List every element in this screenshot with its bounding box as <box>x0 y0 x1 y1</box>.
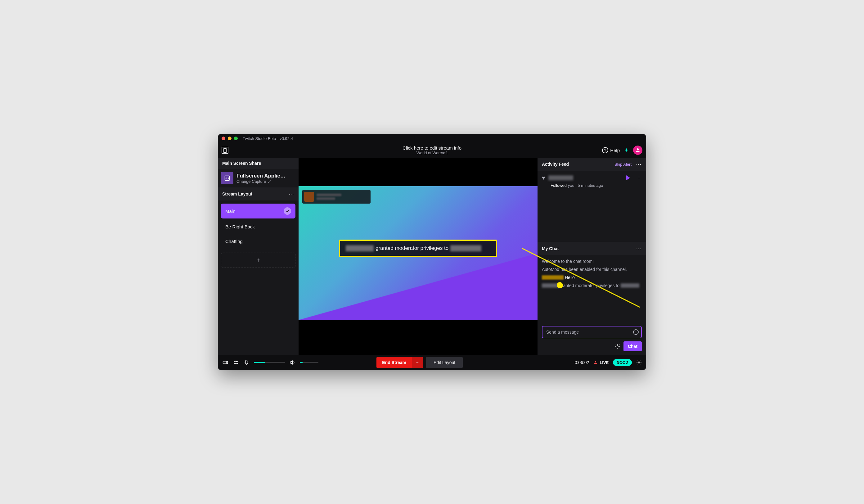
mic-icon[interactable] <box>243 359 250 365</box>
end-stream-dropdown[interactable] <box>412 357 423 368</box>
preview-overlay-badge <box>302 190 371 204</box>
scene-list: Main Be Right Back Chatting <box>218 201 299 251</box>
capture-source-title: Fullscreen Applic… <box>237 173 296 179</box>
chat-input[interactable] <box>542 326 642 338</box>
share-section-header: Main Screen Share <box>218 158 299 169</box>
titlebar: Twitch Studio Beta - v0.92.4 <box>218 134 646 143</box>
svg-point-6 <box>237 363 237 364</box>
stream-timer: 0:06:02 <box>575 360 589 365</box>
redacted-text <box>316 194 341 196</box>
emoji-picker-icon[interactable] <box>633 329 639 335</box>
redacted-username <box>548 175 573 180</box>
right-sidebar: Activity Feed Skip Alert ⋯ ♥ ⋮ Followed … <box>538 158 646 355</box>
minimize-window-button[interactable] <box>228 136 231 140</box>
capture-source-row[interactable]: Fullscreen Applic… Change Capture <box>218 169 299 188</box>
callout-text: granted moderator privileges to <box>375 245 448 251</box>
activity-header: Activity Feed Skip Alert ⋯ <box>538 158 646 171</box>
user-avatar[interactable] <box>633 146 643 155</box>
redacted-username <box>450 245 481 251</box>
toggle-panel-icon[interactable] <box>221 147 228 154</box>
heart-icon: ♥ <box>542 175 545 181</box>
add-scene-button[interactable]: + <box>221 253 296 268</box>
stream-info-subtitle: World of Warcraft <box>403 151 461 155</box>
pencil-icon <box>268 179 272 183</box>
stream-info-button[interactable]: Click here to edit stream info World of … <box>403 145 461 155</box>
svg-point-0 <box>637 148 639 150</box>
left-sidebar: Main Screen Share Fullscreen Applic… Cha… <box>218 158 299 355</box>
layout-section-header: Stream Layout ⋯ <box>218 188 299 201</box>
chat-system-message: AutoMod has been enabled for this channe… <box>542 267 642 272</box>
sparkle-icon[interactable]: ✦ <box>624 147 629 154</box>
check-icon <box>284 207 291 215</box>
layout-section-title: Stream Layout <box>222 191 252 196</box>
annotation-callout: granted moderator privileges to <box>339 240 497 257</box>
redacted-username <box>542 283 561 288</box>
svg-rect-4 <box>223 361 227 364</box>
scene-label: Be Right Back <box>225 224 255 229</box>
activity-item-more-icon[interactable]: ⋮ <box>636 175 642 181</box>
skip-alert-link[interactable]: Skip Alert <box>614 162 632 167</box>
layout-more-icon[interactable]: ⋯ <box>288 191 294 197</box>
maximize-window-button[interactable] <box>234 136 238 140</box>
mic-volume-slider[interactable] <box>254 362 285 363</box>
svg-point-5 <box>235 361 236 362</box>
chat-title: My Chat <box>542 246 559 251</box>
settings-icon[interactable] <box>636 360 642 365</box>
stream-info-title: Click here to edit stream info <box>403 145 461 151</box>
camera-icon[interactable] <box>222 359 228 365</box>
scene-label: Chatting <box>225 239 243 244</box>
help-button[interactable]: ? Help <box>602 147 620 153</box>
play-alert-icon[interactable] <box>626 175 630 180</box>
activity-more-icon[interactable]: ⋯ <box>636 161 642 168</box>
svg-point-9 <box>638 362 640 363</box>
speaker-volume-slider[interactable] <box>300 362 319 363</box>
activity-description: Followed you · 5 minutes ago <box>551 183 642 188</box>
activity-title: Activity Feed <box>542 162 569 167</box>
activity-item: ♥ ⋮ Followed you · 5 minutes ago <box>538 171 646 242</box>
chat-settings-icon[interactable] <box>615 344 620 349</box>
chat-send-button[interactable]: Chat <box>623 341 642 351</box>
close-window-button[interactable] <box>221 136 225 140</box>
bottom-bar: End Stream Edit Layout 0:06:02 LIVE GOOD <box>218 355 646 370</box>
svg-point-3 <box>617 346 619 347</box>
chat-system-message: Welcome to the chat room! <box>542 259 642 264</box>
stream-quality-badge: GOOD <box>613 359 632 366</box>
overlay-avatar <box>304 192 314 202</box>
redacted-text <box>316 197 335 200</box>
change-capture-label: Change Capture <box>237 179 266 184</box>
chat-input-area <box>538 323 646 341</box>
help-label: Help <box>610 148 620 153</box>
chat-message: Hello <box>542 275 642 280</box>
chat-header: My Chat ⋯ <box>538 242 646 255</box>
live-label: LIVE <box>600 360 609 365</box>
svg-rect-7 <box>246 360 247 363</box>
scene-item-brb[interactable]: Be Right Back <box>221 220 296 233</box>
scene-item-main[interactable]: Main <box>221 204 296 218</box>
preview-area: granted moderator privileges to <box>299 158 538 355</box>
share-section-title: Main Screen Share <box>222 161 261 166</box>
capture-source-icon <box>221 172 233 184</box>
chat-mod-message: ranted moderator privileges to <box>542 283 642 288</box>
help-icon: ? <box>602 147 608 153</box>
chat-messages: Welcome to the chat room! AutoMod has be… <box>538 255 646 323</box>
mixer-icon[interactable] <box>233 359 239 365</box>
app-header: Click here to edit stream info World of … <box>218 143 646 158</box>
window-title: Twitch Studio Beta - v0.92.4 <box>243 136 293 141</box>
live-indicator: LIVE <box>593 360 609 365</box>
redacted-username <box>346 245 374 251</box>
end-stream-button[interactable]: End Stream <box>376 357 412 368</box>
chat-message-text: ranted moderator privileges to <box>562 283 620 288</box>
edit-layout-button[interactable]: Edit Layout <box>426 357 463 368</box>
scene-item-chatting[interactable]: Chatting <box>221 235 296 248</box>
speaker-icon[interactable] <box>289 359 296 365</box>
redacted-username <box>621 283 639 288</box>
viewer-icon <box>593 360 598 365</box>
chat-message-text: Hello <box>565 275 575 280</box>
scene-label: Main <box>225 208 236 214</box>
change-capture-link[interactable]: Change Capture <box>237 179 296 184</box>
chat-more-icon[interactable]: ⋯ <box>636 245 642 252</box>
svg-point-8 <box>595 361 597 362</box>
redacted-username <box>542 275 564 280</box>
